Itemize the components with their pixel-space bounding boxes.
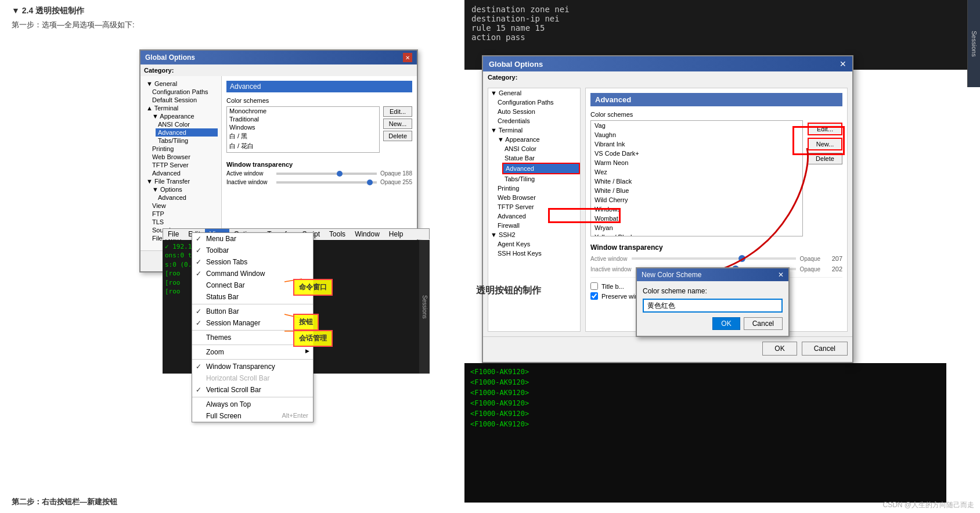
main-tree-firewall[interactable]: Firewall: [495, 221, 580, 230]
cs-vscode[interactable]: VS Code Dark+: [591, 149, 802, 158]
small-edit-button[interactable]: Edit...: [383, 106, 412, 117]
menuitem-fullscreen[interactable]: Full Screen Alt+Enter: [192, 410, 313, 422]
tree-tabs-tiling[interactable]: Tabs/Tiling: [156, 137, 218, 145]
menu-tools[interactable]: Tools: [325, 229, 350, 239]
main-dialog-close-button[interactable]: ✕: [840, 59, 846, 69]
main-tree-statue[interactable]: Statue Bar: [502, 153, 580, 163]
tree-web-browser[interactable]: Web Browser: [150, 153, 218, 161]
preserve-checkbox[interactable]: [590, 292, 598, 300]
new-color-cancel-button[interactable]: Cancel: [744, 317, 783, 330]
tree-advanced2[interactable]: Advanced: [150, 169, 218, 177]
menuitem-command-window[interactable]: Command Window: [192, 268, 313, 279]
menuitem-window-transparency[interactable]: Window Transparency: [192, 361, 313, 372]
small-color-list: Monochrome Traditional Windows 白 / 黑 白 /…: [226, 106, 380, 153]
tree-tls[interactable]: TLS: [150, 218, 218, 226]
cs-white-blue[interactable]: White / Blue: [591, 186, 802, 195]
main-active-label: Active window: [590, 256, 627, 262]
tree-printing[interactable]: Printing: [150, 145, 218, 153]
bottom-line-6: <F1000-AK9120>: [470, 419, 941, 429]
main-tree-adv2[interactable]: Advanced: [495, 211, 580, 221]
main-dialog-title-bar: Global Options ✕: [483, 56, 852, 71]
tree-ftp[interactable]: FTP: [150, 210, 218, 218]
tree-ansi-color[interactable]: ANSI Color: [156, 120, 218, 128]
main-tree-auto[interactable]: Auto Session: [495, 107, 580, 116]
main-delete-button[interactable]: Delete: [808, 153, 842, 164]
main-inactive-value: 202: [825, 266, 842, 272]
tree-options[interactable]: ▼ Options: [150, 185, 218, 193]
menuitem-toolbar[interactable]: Toolbar: [192, 245, 313, 256]
main-tree-agent[interactable]: Agent Keys: [495, 239, 580, 249]
bottom-line-2: <F1000-AK9120>: [470, 377, 941, 388]
small-color-item-wb[interactable]: 白 / 黑: [227, 131, 379, 141]
main-tree-config[interactable]: Configuration Paths: [495, 98, 580, 107]
cs-vag[interactable]: Vag: [591, 121, 802, 130]
tree-appearance[interactable]: ▼ Appearance: [150, 112, 218, 120]
main-new-button[interactable]: New...: [808, 138, 842, 150]
small-color-item-win[interactable]: Windows: [227, 123, 379, 131]
small-delete-button[interactable]: Delete: [383, 131, 412, 141]
title-bar-checkbox[interactable]: [590, 282, 598, 290]
tree-tftp[interactable]: TFTP Server: [150, 161, 218, 169]
small-active-row: Active window Opaque 188: [226, 170, 412, 177]
tree-terminal[interactable]: ▲ Terminal: [144, 104, 218, 112]
main-active-row: Active window Opaque 207: [590, 255, 842, 262]
main-ok-button[interactable]: OK: [762, 342, 797, 356]
terminal-line-3: rule 15 name 15: [471, 23, 973, 33]
main-tree-appearance[interactable]: ▼ Appearance: [495, 135, 580, 144]
sessions-sidebar: Sessions: [967, 0, 980, 87]
tree-config-paths[interactable]: Configuration Paths: [150, 88, 218, 96]
menu-window[interactable]: Window: [350, 229, 384, 239]
main-tree-cred[interactable]: Credentials: [495, 116, 580, 125]
main-active-slider[interactable]: [632, 257, 796, 260]
new-color-close-button[interactable]: ✕: [778, 271, 784, 279]
small-color-item-trad[interactable]: Traditional: [227, 115, 379, 123]
cs-yellow-black[interactable]: Yellow / Black: [591, 232, 802, 236]
new-color-name-input[interactable]: [643, 299, 783, 313]
main-tree-terminal[interactable]: ▼ Terminal: [488, 125, 580, 135]
main-tree-web[interactable]: Web Browser: [495, 193, 580, 202]
cs-warm[interactable]: Warm Neon: [591, 158, 802, 167]
small-color-item-mono[interactable]: Monochrome: [227, 107, 379, 115]
small-inactive-slider[interactable]: [276, 181, 377, 184]
menuitem-always-on-top[interactable]: Always on Top: [192, 399, 313, 410]
small-new-button[interactable]: New...: [383, 119, 412, 129]
menuitem-zoom[interactable]: Zoom: [192, 346, 313, 358]
cs-vaughn[interactable]: Vaughn: [591, 130, 802, 139]
small-color-item-wf[interactable]: 白 / 花白: [227, 141, 379, 151]
tree-file-transfer[interactable]: ▼ File Transfer: [144, 177, 218, 185]
small-active-slider[interactable]: [276, 173, 377, 175]
cs-white-black[interactable]: White / Black: [591, 177, 802, 186]
tree-advanced-selected[interactable]: Advanced: [156, 128, 218, 137]
tree-view[interactable]: View: [150, 202, 218, 210]
main-tree-tabs[interactable]: Tabs/Tiling: [502, 174, 580, 184]
main-tree-general[interactable]: ▼ General: [488, 88, 580, 98]
main-tree-ssh-host[interactable]: SSH Host Keys: [495, 249, 580, 258]
main-dialog-footer: OK Cancel: [483, 336, 852, 360]
cs-wryan[interactable]: Wryan: [591, 223, 802, 232]
tree-general[interactable]: ▼ General: [144, 80, 218, 88]
cs-wombat[interactable]: Wombat: [591, 214, 802, 223]
new-color-ok-button[interactable]: OK: [712, 317, 740, 330]
menu-file[interactable]: File: [163, 229, 183, 239]
small-dialog-close-button[interactable]: ✕: [403, 53, 412, 62]
cs-wez[interactable]: Wez: [591, 167, 802, 177]
tree-advanced3[interactable]: Advanced: [156, 193, 218, 202]
main-dialog-title-text: Global Options: [489, 60, 543, 69]
cs-vibrant[interactable]: Vibrant Ink: [591, 139, 802, 149]
tree-default-session[interactable]: Default Session: [150, 96, 218, 104]
main-tree-advanced-selected[interactable]: Advanced: [502, 163, 580, 174]
menuitem-menubar[interactable]: Menu Bar: [192, 233, 313, 245]
menu-help[interactable]: Help: [384, 229, 408, 239]
cs-windows[interactable]: Windows: [591, 205, 802, 214]
menuitem-vscrollbar[interactable]: Vertical Scroll Bar: [192, 384, 313, 396]
highlight-name: name: [510, 23, 530, 33]
main-tree-tftp[interactable]: TFTP Server: [495, 202, 580, 211]
main-tree-ansi[interactable]: ANSI Color: [502, 144, 580, 153]
main-tree-printing[interactable]: Printing: [495, 184, 580, 193]
main-tree-ssh2[interactable]: ▼ SSH2: [488, 230, 580, 239]
main-cancel-button[interactable]: Cancel: [802, 342, 848, 356]
main-edit-button[interactable]: Edit...: [808, 123, 842, 135]
cs-wild[interactable]: Wild Cherry: [591, 195, 802, 205]
small-color-item-bq[interactable]: 黑 / 青: [227, 151, 379, 153]
menuitem-session-tabs[interactable]: Session Tabs: [192, 256, 313, 268]
